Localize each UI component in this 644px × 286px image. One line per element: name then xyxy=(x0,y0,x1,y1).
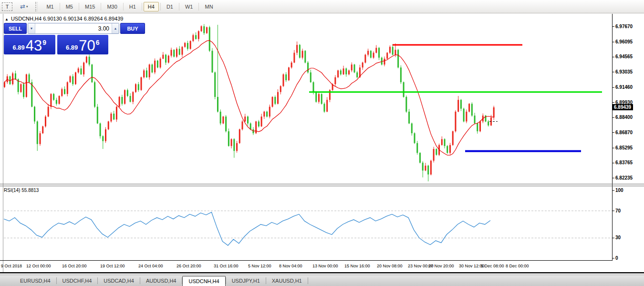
candle-body xyxy=(162,55,164,59)
candle-body xyxy=(42,127,43,133)
candle-body xyxy=(78,68,79,72)
mt4-window: T ⇄ ▾ M1M5M15M30H1H4D1W1MN ▲USDCNH,H4 6.… xyxy=(0,0,644,286)
candle-body xyxy=(433,149,435,161)
time-axis-label: 24 Oct 04:00 xyxy=(138,264,163,268)
rsi-tick-label: 0 xyxy=(615,255,618,261)
timeframe-button-H1[interactable]: H1 xyxy=(125,2,140,11)
candle-body xyxy=(165,55,166,63)
candle-body xyxy=(89,57,90,64)
candle-body xyxy=(457,100,459,112)
toolbar-divider xyxy=(142,3,142,11)
candle-body xyxy=(411,124,413,134)
candle-body xyxy=(15,74,16,79)
time-axis-label: 13 Nov 00:00 xyxy=(312,264,338,268)
tab-usdchf-h4[interactable]: USDCHF,H4 xyxy=(57,276,98,286)
price-tick-label: 6.88400 xyxy=(615,115,633,120)
volume-decrease-button[interactable]: ▼ xyxy=(28,23,35,33)
timeframe-button-M5[interactable]: M5 xyxy=(62,2,77,11)
candle-body xyxy=(83,63,84,74)
candle-body xyxy=(45,117,46,127)
candle-body xyxy=(105,129,106,141)
one-click-trading-panel: SELL ▼ ▲ BUY 6.89 43 9 6.89 70 6 xyxy=(4,23,108,54)
candle-body xyxy=(176,49,177,56)
candle-body xyxy=(384,59,385,64)
volume-input[interactable] xyxy=(35,23,112,33)
candle-body xyxy=(53,94,54,100)
buy-button[interactable]: BUY xyxy=(120,23,145,34)
candle-body xyxy=(375,48,377,53)
buy-price-tile[interactable]: 6.89 70 6 xyxy=(57,35,109,54)
rsi-tick-label: 30 xyxy=(615,235,621,240)
tab-xauusd-h1[interactable]: XAUUSD,H1 xyxy=(266,276,308,286)
tab-usdcad-h4[interactable]: USDCAD,H4 xyxy=(98,276,140,286)
tab-audusd-h4[interactable]: AUDUSD,H4 xyxy=(140,276,182,286)
candle-body xyxy=(449,145,451,153)
candle-body xyxy=(119,97,120,107)
time-axis-label: 12 Oct 00:00 xyxy=(26,264,51,268)
candle-body xyxy=(395,50,396,54)
candle-body xyxy=(370,51,372,57)
timeframe-button-M30[interactable]: M30 xyxy=(103,2,121,11)
candle-body xyxy=(233,139,235,151)
candle-body xyxy=(190,41,191,49)
price-tick-label: 6.82235 xyxy=(615,175,633,180)
candle-body xyxy=(291,63,292,67)
chart-tabs-bar: EURUSD,H4USDCHF,H4USDCAD,H4AUDUSD,H4USDC… xyxy=(0,275,644,286)
candle-body xyxy=(353,64,355,72)
candle-body xyxy=(214,73,216,97)
candle-body xyxy=(239,129,240,143)
candle-body xyxy=(455,112,456,131)
candle-body xyxy=(474,116,476,123)
candle-body xyxy=(110,114,112,121)
candle-body xyxy=(323,104,325,111)
arrows-tool-button[interactable]: ⇄ ▾ xyxy=(17,2,31,11)
candle-body xyxy=(468,104,470,111)
candle-body xyxy=(94,82,95,106)
candle-body xyxy=(334,77,336,84)
sell-button[interactable]: SELL xyxy=(4,23,27,34)
timeframe-button-MN[interactable]: MN xyxy=(200,2,217,11)
tab-usdcnh-h4[interactable]: USDCNH,H4 xyxy=(182,276,225,286)
candle-body xyxy=(100,124,101,137)
timeframe-button-H4[interactable]: H4 xyxy=(144,2,159,11)
candle-body xyxy=(113,114,114,119)
volume-increase-button[interactable]: ▲ xyxy=(112,23,119,33)
toolbar-grip[interactable] xyxy=(35,2,38,11)
timeframe-button-M1[interactable]: M1 xyxy=(42,2,58,11)
timeframe-group: M1M5M15M30H1H4D1W1MN xyxy=(42,0,218,13)
sell-price-tile[interactable]: 6.89 43 9 xyxy=(4,35,55,54)
timeframe-button-W1[interactable]: W1 xyxy=(181,2,197,11)
timeframe-button-D1[interactable]: D1 xyxy=(162,2,177,11)
collapse-panel-icon[interactable]: ▲ xyxy=(5,17,9,21)
tab-eurusd-h4[interactable]: EURUSD,H4 xyxy=(14,276,56,286)
candle-body xyxy=(209,27,210,51)
candle-body xyxy=(72,76,73,84)
text-tool-button[interactable]: T xyxy=(2,2,12,11)
candle-body xyxy=(184,43,186,47)
timeframe-button-M15[interactable]: M15 xyxy=(81,2,99,11)
moving-average-line xyxy=(5,41,494,156)
rsi-indicator-label: RSI(14) 55.8813 xyxy=(4,188,39,193)
candle-body xyxy=(293,53,295,63)
candle-body xyxy=(348,71,350,74)
chart-title-text: USDCNH,H4 6.90130 6.90134 6.89264 6.8943… xyxy=(11,16,123,21)
arrows-icon: ⇄ xyxy=(20,3,25,10)
toolbar-divider xyxy=(123,3,124,11)
candle-body xyxy=(64,89,65,94)
time-axis-label: 26 Oct 20:00 xyxy=(177,264,201,268)
candle-body xyxy=(206,27,208,33)
chart-title: ▲USDCNH,H4 6.90130 6.90134 6.89264 6.894… xyxy=(5,16,123,21)
toolbar-divider xyxy=(198,3,199,11)
candle-body xyxy=(121,97,123,104)
buy-price-sup: 6 xyxy=(96,39,100,46)
time-axis-label: 5 Dec 08:00 xyxy=(481,264,504,268)
candle-body xyxy=(403,82,405,97)
volume-spinner: ▼ ▲ xyxy=(28,23,119,34)
rsi-line xyxy=(4,212,490,245)
candle-body xyxy=(488,121,489,125)
candle-body xyxy=(302,51,303,57)
candle-body xyxy=(425,166,426,170)
candle-body xyxy=(479,121,481,131)
tab-usdjpy-h1[interactable]: USDJPY,H1 xyxy=(226,276,266,286)
price-tick-label: 6.86870 xyxy=(615,130,633,135)
